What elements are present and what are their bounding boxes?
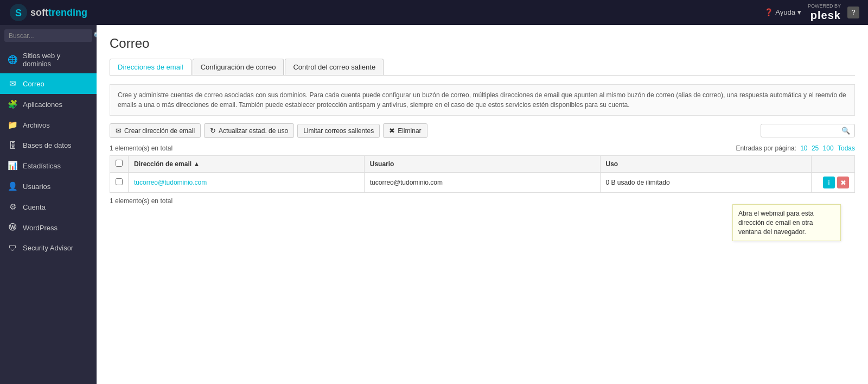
- tooltip-text: Abra el webmail para esta dirección de e…: [738, 210, 814, 236]
- plus-icon: ✉: [116, 127, 122, 135]
- tooltip-box: Abra el webmail para esta dirección de e…: [732, 204, 841, 241]
- page-size-25[interactable]: 25: [812, 144, 819, 152]
- delete-icon: ✖: [389, 127, 395, 135]
- crear-label: Crear dirección de email: [124, 127, 195, 135]
- col-actions-header: [812, 156, 855, 173]
- table-row: tucorreo@tudominio.com tucorreo@tudomini…: [110, 173, 855, 193]
- topbar: S softtrending ❓ Ayuda ▾ POWERED BY ples…: [0, 0, 868, 25]
- logo-trending: trending: [48, 7, 87, 18]
- page-size-10[interactable]: 10: [800, 144, 807, 152]
- topbar-right: ❓ Ayuda ▾ POWERED BY plesk ?: [764, 4, 859, 21]
- table-meta-bottom: 1 elemento(s) en total: [110, 197, 855, 205]
- email-table: Dirección de email ▲ Usuario Uso tucorre…: [110, 155, 855, 193]
- page-title: Correo: [110, 36, 855, 51]
- sidebar-item-estadisticas[interactable]: 📊 Estadísticas: [0, 155, 97, 176]
- search-box: 🔍: [0, 25, 97, 46]
- tab-control-correo-saliente[interactable]: Control del correo saliente: [285, 59, 384, 75]
- row-checkbox-cell: [110, 173, 129, 193]
- sidebar-item-label: Archivos: [23, 121, 50, 129]
- gear-icon: ⚙: [8, 202, 17, 212]
- sidebar-item-wordpress[interactable]: Ⓦ WordPress: [0, 217, 97, 238]
- col-checkbox: [110, 156, 129, 173]
- apps-icon: 🧩: [8, 99, 17, 109]
- toolbar-search: 🔍: [761, 124, 855, 137]
- content-area: Correo Direcciones de email Configuració…: [97, 25, 868, 384]
- sidebar-item-label: Cuenta: [23, 203, 46, 211]
- shield-icon: 🛡: [8, 243, 17, 253]
- email-link[interactable]: tucorreo@tudominio.com: [134, 179, 207, 186]
- action-icons: i ✖: [817, 177, 849, 188]
- mail-icon: ✉: [8, 79, 17, 89]
- limitar-correos-button[interactable]: Limitar correos salientes: [297, 124, 380, 138]
- toolbar: ✉ Crear dirección de email ↻ Actualizar …: [110, 123, 855, 138]
- sidebar-item-label: WordPress: [23, 224, 58, 232]
- sidebar-item-security-advisor[interactable]: 🛡 Security Advisor: [0, 238, 97, 258]
- row-actions-cell: i ✖: [812, 173, 855, 193]
- sidebar-item-usuarios[interactable]: 👤 Usuarios: [0, 176, 97, 197]
- row-checkbox[interactable]: [116, 178, 123, 185]
- wordpress-icon: Ⓦ: [8, 223, 17, 232]
- user-icon: 👤: [8, 181, 17, 191]
- limitar-label: Limitar correos salientes: [303, 127, 374, 135]
- tabs-container: Direcciones de email Configuración de co…: [110, 59, 855, 75]
- crear-direccion-button[interactable]: ✉ Crear dirección de email: [110, 123, 201, 138]
- folder-icon: 📁: [8, 120, 17, 130]
- logo: S softtrending: [9, 3, 87, 22]
- sidebar: 🔍 🌐 Sitios web y dominios ✉ Correo 🧩 Apl…: [0, 25, 97, 384]
- table-search-input[interactable]: [765, 127, 841, 135]
- refresh-icon: ↻: [210, 127, 216, 135]
- pagination: Entradas por página: 10 25 100 Todas: [733, 144, 855, 152]
- tab-direcciones-email[interactable]: Direcciones de email: [110, 59, 192, 75]
- help-link[interactable]: ❓ Ayuda ▾: [764, 8, 801, 16]
- plesk-powered-label: POWERED BY: [808, 4, 841, 9]
- eliminar-label: Eliminar: [398, 127, 421, 135]
- sidebar-item-sitios-web[interactable]: 🌐 Sitios web y dominios: [0, 46, 97, 73]
- logo-soft: soft: [30, 7, 48, 18]
- svg-text:S: S: [15, 8, 22, 18]
- col-usuario-header: Usuario: [364, 156, 600, 173]
- sidebar-item-label: Correo: [23, 80, 44, 88]
- sidebar-nav: 🌐 Sitios web y dominios ✉ Correo 🧩 Aplic…: [0, 46, 97, 384]
- help-question-button[interactable]: ?: [847, 7, 859, 18]
- col-uso-header: Uso: [600, 156, 812, 173]
- count-top: 1 elemento(s) en total: [110, 144, 173, 152]
- sidebar-item-label: Bases de datos: [23, 141, 72, 149]
- row-usuario-cell: tucorreo@tudominio.com: [364, 173, 600, 193]
- search-input[interactable]: [9, 32, 90, 40]
- help-label: Ayuda: [775, 8, 795, 16]
- chevron-down-icon: ▾: [797, 8, 801, 16]
- page-size-100[interactable]: 100: [823, 144, 834, 152]
- table-meta-top: 1 elemento(s) en total Entradas por pági…: [110, 144, 855, 152]
- plesk-logo: POWERED BY plesk: [808, 4, 841, 21]
- count-bottom: 1 elemento(s) en total: [110, 197, 173, 205]
- description-text: Cree y administre cuentas de correo asoc…: [110, 84, 855, 116]
- select-all-checkbox[interactable]: [116, 160, 123, 167]
- plesk-name-label: plesk: [810, 9, 841, 21]
- sidebar-item-bases-de-datos[interactable]: 🗄 Bases de datos: [0, 135, 97, 155]
- actualizar-label: Actualizar estad. de uso: [219, 127, 288, 135]
- main-layout: 🔍 🌐 Sitios web y dominios ✉ Correo 🧩 Apl…: [0, 25, 868, 384]
- sidebar-item-label: Usuarios: [23, 182, 50, 191]
- pagination-label: Entradas por página:: [736, 144, 796, 152]
- eliminar-button[interactable]: ✖ Eliminar: [383, 123, 427, 138]
- chart-icon: 📊: [8, 161, 17, 171]
- sidebar-item-archivos[interactable]: 📁 Archivos: [0, 115, 97, 135]
- actualizar-estadisticas-button[interactable]: ↻ Actualizar estad. de uso: [204, 123, 294, 138]
- database-icon: 🗄: [8, 141, 17, 150]
- tab-configuracion-correo[interactable]: Configuración de correo: [193, 59, 284, 75]
- sidebar-item-aplicaciones[interactable]: 🧩 Aplicaciones: [0, 94, 97, 115]
- globe-icon: 🌐: [8, 55, 17, 65]
- sidebar-item-cuenta[interactable]: ⚙ Cuenta: [0, 197, 97, 217]
- sidebar-item-label: Estadísticas: [23, 162, 61, 170]
- logo-icon: S: [9, 3, 28, 22]
- webmail-button[interactable]: i: [823, 177, 835, 188]
- question-circle-icon: ❓: [764, 8, 773, 16]
- sidebar-item-correo[interactable]: ✉ Correo: [0, 73, 97, 94]
- sidebar-item-label: Security Advisor: [23, 244, 73, 252]
- row-uso-cell: 0 B usado de ilimitado: [600, 173, 812, 193]
- page-size-todas[interactable]: Todas: [838, 144, 855, 152]
- delete-email-button[interactable]: ✖: [837, 177, 849, 188]
- col-email-header: Dirección de email ▲: [129, 156, 365, 173]
- sidebar-item-label: Sitios web y dominios: [23, 52, 89, 68]
- sidebar-item-label: Aplicaciones: [23, 100, 62, 109]
